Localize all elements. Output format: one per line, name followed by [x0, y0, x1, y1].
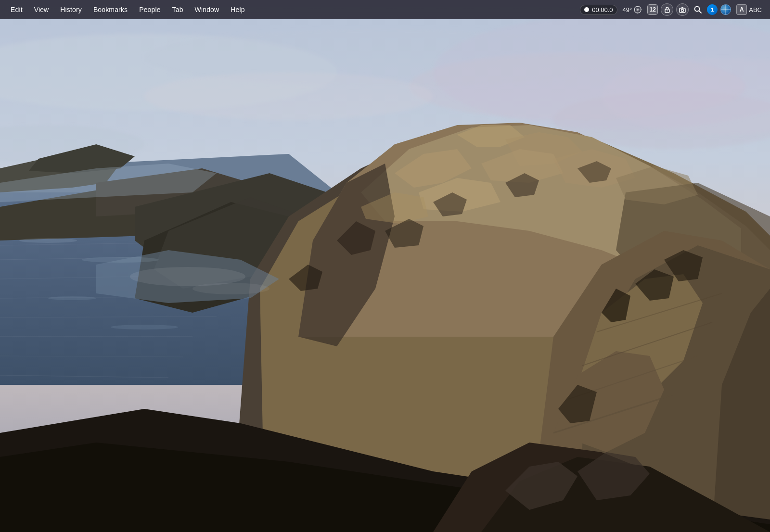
recording-time: 00:00.0	[592, 6, 613, 13]
menu-history[interactable]: History	[55, 4, 87, 15]
menu-help[interactable]: Help	[226, 4, 249, 15]
lock-icon	[664, 6, 670, 13]
record-dot	[584, 7, 589, 12]
svg-point-71	[48, 296, 96, 300]
svg-point-4	[144, 72, 433, 120]
menu-people[interactable]: People	[134, 4, 165, 15]
menu-window[interactable]: Window	[190, 4, 224, 15]
svg-point-78	[637, 9, 639, 11]
menu-items-right: 00:00.0 49° 12	[580, 3, 764, 16]
temperature-value: 49°	[623, 6, 632, 13]
input-method-letter: A	[736, 4, 747, 15]
onepassword-label: 1	[711, 7, 714, 13]
screenshot-icon[interactable]	[676, 3, 689, 16]
menu-tab[interactable]: Tab	[167, 4, 188, 15]
temperature-status[interactable]: 49°	[620, 4, 645, 15]
menu-bookmarks[interactable]: Bookmarks	[89, 4, 132, 15]
svg-point-84	[667, 11, 667, 12]
svg-point-69	[19, 238, 77, 243]
recording-indicator[interactable]: 00:00.0	[580, 5, 617, 15]
input-method-label: ABC	[749, 6, 762, 13]
weather-icon	[633, 5, 642, 14]
menu-edit[interactable]: Edit	[6, 4, 27, 15]
camera-icon	[679, 7, 686, 13]
safari-globe-icon[interactable]	[720, 4, 731, 15]
svg-point-72	[111, 325, 178, 329]
menubar: Edit View History Bookmarks People Tab W…	[0, 0, 770, 19]
svg-line-89	[699, 11, 702, 13]
svg-rect-87	[681, 7, 683, 8]
search-button[interactable]	[692, 3, 704, 16]
tab-count-badge[interactable]: 12	[647, 4, 658, 15]
onepassword-icon[interactable]: 1	[707, 4, 718, 15]
search-icon	[694, 6, 702, 13]
svg-point-86	[681, 9, 684, 12]
menu-view[interactable]: View	[29, 4, 54, 15]
menu-items-left: Edit View History Bookmarks People Tab W…	[6, 4, 580, 15]
svg-point-70	[82, 257, 159, 263]
keychain-icon[interactable]	[661, 3, 673, 16]
tab-count: 12	[650, 6, 656, 13]
svg-point-68	[192, 283, 270, 294]
text-input-indicator[interactable]: A ABC	[734, 3, 764, 16]
